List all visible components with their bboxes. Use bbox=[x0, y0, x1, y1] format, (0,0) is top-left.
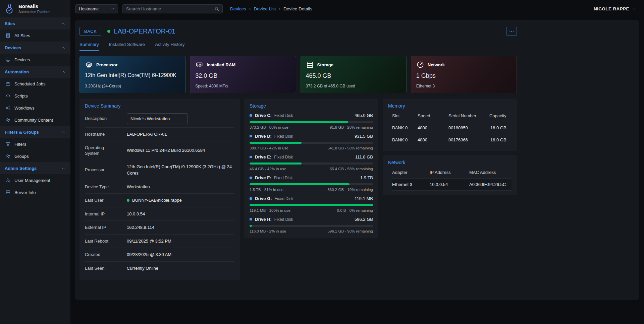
brand-name: Borealis bbox=[18, 4, 50, 9]
storage-card: Storage 465.0 GB 373.2 GB of 465.0 GB us… bbox=[301, 56, 407, 93]
drive-row-d: Drive D: Fixed Disk 931.5 GB 389.7 GB - … bbox=[250, 134, 373, 150]
sidebar-item-user-management[interactable]: User Management bbox=[0, 174, 70, 186]
card-value: 1 Gbps bbox=[416, 72, 512, 79]
drive-row-h: Drive H: Fixed Disk 596.2 GB 116.0 MB - … bbox=[250, 217, 373, 233]
memory-row-cell: BANK 0 bbox=[392, 122, 418, 134]
user-menu[interactable]: NICOLE RAPPE bbox=[594, 6, 637, 11]
panel-title: Memory bbox=[388, 103, 512, 109]
card-title: Network bbox=[428, 62, 445, 67]
card-subtext: Ethernet 3 bbox=[416, 84, 512, 88]
summary-row: Internal IP 10.0.0.54 bbox=[85, 207, 234, 221]
card-value: 12th Gen Intel(R) Core(TM) i9-12900K bbox=[85, 72, 180, 78]
more-options-button[interactable]: ⋯ bbox=[506, 27, 517, 36]
chevron-up-icon bbox=[61, 45, 66, 50]
sidebar-item-label: All Sites bbox=[14, 33, 30, 38]
hostname-select-value: Hostname bbox=[79, 6, 99, 11]
sidebar-item-workflows[interactable]: Workflows bbox=[0, 102, 70, 114]
chevron-up-icon bbox=[61, 69, 66, 74]
processor-card: Processor 12th Gen Intel(R) Core(TM) i9-… bbox=[79, 56, 185, 93]
memory-row-cell: 00180859 bbox=[448, 122, 489, 134]
ram-icon bbox=[195, 61, 203, 69]
workflow-icon bbox=[5, 105, 11, 111]
drive-usage-bar bbox=[250, 225, 373, 227]
network-row-cell: 10.0.0.54 bbox=[430, 179, 469, 191]
summary-row: Created 09/28/2025 @ 3:30 AM bbox=[85, 248, 234, 262]
sidebar-item-scripts[interactable]: Scripts bbox=[0, 90, 70, 102]
back-button[interactable]: BACK bbox=[79, 27, 101, 36]
card-subtext: Speed: 4800 MT/s bbox=[195, 84, 290, 88]
user-gear-icon bbox=[5, 178, 11, 183]
card-value: 32.0 GB bbox=[195, 72, 290, 79]
sidebar-item-label: Filters bbox=[14, 142, 26, 147]
panel-title: Storage bbox=[250, 103, 373, 109]
tab-activity-history[interactable]: Activity History bbox=[155, 42, 185, 51]
sidebar-item-devices[interactable]: Devices bbox=[0, 54, 70, 66]
description-input[interactable] bbox=[127, 113, 188, 124]
brand-subtitle: Automation Platform bbox=[18, 10, 50, 14]
sidebar-item-groups[interactable]: Groups bbox=[0, 150, 70, 162]
network-icon bbox=[416, 61, 424, 69]
online-status-dot bbox=[107, 30, 110, 33]
brand-logo-row[interactable]: Borealis Automation Platform bbox=[0, 0, 70, 17]
sidebar-section-devices[interactable]: Devices bbox=[0, 42, 70, 54]
summary-row: Device Type Workstation bbox=[85, 180, 234, 194]
sidebar-item-all-sites[interactable]: All Sites bbox=[0, 29, 70, 42]
card-title: Storage bbox=[317, 62, 333, 67]
chevron-up-icon bbox=[61, 21, 66, 26]
summary-row-last-user: Last User BUNNY-LAB\nicole.rappe bbox=[85, 194, 234, 207]
breadcrumb-device-list[interactable]: Device List bbox=[254, 6, 276, 11]
breadcrumb-separator: › bbox=[279, 6, 281, 11]
ram-card: Installed RAM 32.0 GB Speed: 4800 MT/s bbox=[190, 56, 296, 93]
panel-title: Network bbox=[388, 160, 512, 165]
drive-row-e: Drive E: Fixed Disk 111.8 GB 46.4 GB - 4… bbox=[250, 154, 373, 171]
sidebar-item-label: Groups bbox=[14, 154, 29, 159]
summary-row: Hostname LAB-OPERATOR-01 bbox=[85, 128, 234, 141]
right-column: Memory Slot Speed Serial Number Capacity… bbox=[383, 99, 517, 195]
sidebar: Borealis Automation Platform Sites All S… bbox=[0, 0, 70, 324]
sidebar-item-scheduled-jobs[interactable]: Scheduled Jobs bbox=[0, 78, 70, 90]
section-label: Devices bbox=[5, 45, 21, 50]
sidebar-item-community-content[interactable]: Community Content bbox=[0, 114, 70, 126]
online-status-dot bbox=[127, 199, 129, 202]
sidebar-item-label: User Management bbox=[14, 178, 50, 183]
cpu-icon bbox=[85, 61, 93, 69]
sidebar-item-server-info[interactable]: Server Info bbox=[0, 186, 70, 198]
chevron-down-icon bbox=[110, 6, 115, 11]
device-name: LAB-OPERATOR-01 bbox=[114, 27, 175, 35]
user-name: NICOLE RAPPE bbox=[594, 6, 629, 11]
code-icon bbox=[5, 93, 11, 99]
memory-row-cell: BANK 0 bbox=[392, 134, 418, 146]
drive-usage-bar bbox=[250, 183, 373, 185]
drive-bullet-icon bbox=[250, 135, 252, 137]
content-wrapper: BACK LAB-OPERATOR-01 ⋯ Summary Installed… bbox=[75, 20, 639, 300]
device-summary-panel: Device Summary Description Hostname LAB-… bbox=[79, 99, 240, 280]
card-value: 465.0 GB bbox=[306, 72, 401, 79]
memory-row-cell: 16.0 GB bbox=[489, 122, 513, 134]
memory-row-cell: 4800 bbox=[418, 122, 448, 134]
sidebar-section-automation[interactable]: Automation bbox=[0, 66, 70, 78]
drive-bullet-icon bbox=[250, 177, 252, 179]
sidebar-section-sites[interactable]: Sites bbox=[0, 17, 70, 29]
topbar: Hostname Devices › Device List › Device … bbox=[70, 0, 644, 17]
memory-row-cell: 00176366 bbox=[448, 134, 489, 146]
memory-row-cell: 4800 bbox=[418, 134, 448, 146]
network-panel: Network Adapter IP Address MAC Address E… bbox=[383, 155, 517, 195]
search-input[interactable] bbox=[125, 6, 214, 12]
network-row-cell: Ethernet 3 bbox=[392, 179, 430, 191]
drive-bullet-icon bbox=[250, 156, 252, 158]
breadcrumb-separator: › bbox=[249, 6, 251, 11]
sidebar-section-admin-settings[interactable]: Admin Settings bbox=[0, 162, 70, 174]
memory-row-cell: 16.0 GB bbox=[489, 134, 513, 146]
sidebar-item-label: Devices bbox=[14, 57, 30, 62]
sidebar-section-filters-groups[interactable]: Filters & Groups bbox=[0, 126, 70, 138]
breadcrumb-devices[interactable]: Devices bbox=[230, 6, 246, 11]
tab-installed-software[interactable]: Installed Software bbox=[109, 42, 145, 51]
section-label: Admin Settings bbox=[5, 166, 37, 171]
panels-row: Device Summary Description Hostname LAB-… bbox=[79, 99, 517, 280]
drive-bullet-icon bbox=[250, 197, 252, 200]
sidebar-item-filters[interactable]: Filters bbox=[0, 138, 70, 150]
tab-summary[interactable]: Summary bbox=[79, 42, 99, 51]
hostname-filter-select[interactable]: Hostname bbox=[75, 4, 118, 13]
summary-row: Operating System Windows 11 Pro 24H2 Bui… bbox=[85, 141, 234, 160]
main-area: Hostname Devices › Device List › Device … bbox=[70, 0, 644, 324]
